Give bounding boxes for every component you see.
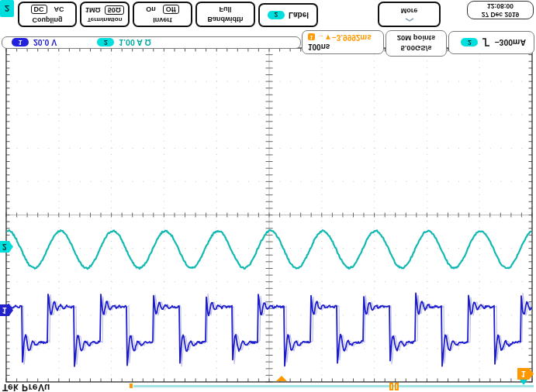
bandwidth-button[interactable]: Bandwidth Full	[195, 2, 255, 27]
tek-prevu-logo: Tek PreVu	[2, 382, 50, 392]
window-bracket-right-icon	[395, 383, 399, 390]
chevron-up-icon	[405, 18, 414, 22]
coupling-button[interactable]: Coupling DC AC	[18, 2, 77, 27]
horizontal-delay: →▼−3.9992ms	[316, 33, 372, 42]
channel-readout-strip: 1 20.0 V 2 1.00 A Ω	[2, 36, 301, 49]
time-text: 12:08:00	[487, 2, 514, 10]
oscilloscope-screenshot: Tek PreVu 1 1 2 1 20.0 V 2 1.00 A Ω 100n…	[0, 0, 536, 392]
coupling-option-ac[interactable]: AC	[54, 5, 64, 13]
window-bracket-left-icon	[389, 383, 393, 390]
more-label: More	[401, 7, 418, 15]
invert-button[interactable]: Invert On Off	[133, 2, 192, 27]
horizontal-readout-box: 100ns 1 →▼−3.9992ms	[302, 30, 384, 54]
delay-reference-icon: 1	[308, 34, 315, 41]
date-text: 27 Dec 2019	[482, 10, 520, 19]
trigger-source-badge: 2	[461, 39, 478, 47]
datetime-box: 27 Dec 2019 12:08:00	[467, 1, 534, 19]
coupling-label: Coupling	[33, 16, 63, 24]
graticule-display	[0, 0, 536, 392]
invert-label: Invert	[153, 16, 172, 24]
coupling-option-dc[interactable]: DC	[31, 5, 47, 14]
record-view-start-tick	[130, 383, 133, 388]
label-button-text: Label	[289, 11, 309, 19]
ch1-badge: 1	[12, 39, 29, 47]
label-channel-badge: 2	[268, 11, 285, 19]
label-button[interactable]: 2 Label	[258, 3, 318, 27]
record-end-triangle-icon	[520, 380, 527, 385]
scope-screen: Tek PreVu 1 1 2 1 20.0 V 2 1.00 A Ω 100n…	[0, 0, 536, 392]
ch1-scale-readout: 20.0 V	[33, 38, 57, 47]
ch2-badge: 2	[97, 39, 114, 47]
rising-edge-icon	[482, 38, 490, 48]
invert-option-off[interactable]: Off	[163, 5, 179, 14]
invert-option-on[interactable]: On	[146, 5, 156, 13]
termination-button[interactable]: Termination 1MΩ 50Ω	[80, 2, 130, 27]
more-button[interactable]: More	[378, 2, 441, 27]
record-points: 20M points	[397, 33, 436, 43]
trigger-readout-box: 2 −300mA	[448, 31, 534, 54]
channel2-menu-tab: 2	[0, 0, 14, 17]
record-view-window-brackets	[389, 383, 400, 390]
sample-rate: 5.00GS/s	[400, 43, 431, 53]
record-view-bar	[133, 385, 534, 387]
bandwidth-value: Full	[220, 5, 232, 13]
acquisition-readout-box: 5.00GS/s 20M points	[386, 30, 447, 57]
horizontal-scale: 100ns	[308, 42, 383, 52]
trigger-level-readout: −300mA	[494, 38, 526, 47]
ch2-scale-readout: 1.00 A Ω	[119, 38, 151, 47]
termination-option-1mohm[interactable]: 1MΩ	[85, 6, 101, 14]
bandwidth-label: Bandwidth	[208, 15, 244, 23]
termination-option-50ohm[interactable]: 50Ω	[105, 5, 124, 15]
termination-label: Termination	[87, 16, 122, 23]
